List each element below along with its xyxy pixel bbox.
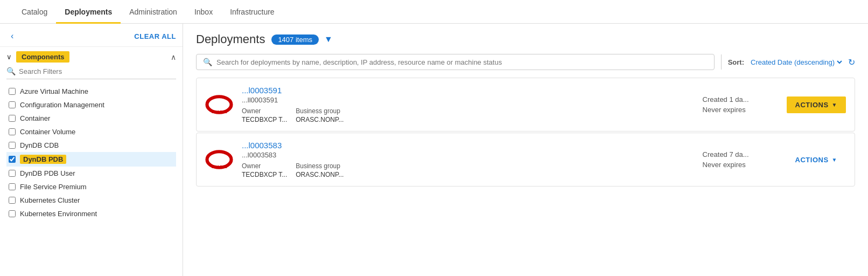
filter-item-1[interactable]: Configuration Management	[6, 98, 176, 112]
filter-checkbox-0[interactable]	[9, 88, 16, 95]
created-text-0: Created 1 da...	[703, 95, 749, 104]
filter-item-4[interactable]: DynDB CDB	[6, 139, 176, 152]
filter-item-3[interactable]: Container Volume	[6, 125, 176, 139]
biz-label-1: Business group	[296, 162, 344, 170]
clear-all-button[interactable]: CLEAR ALL	[134, 32, 176, 40]
biz-label-0: Business group	[296, 107, 344, 115]
filter-checkbox-7[interactable]	[9, 183, 16, 190]
actions-label-1: ACTIONS	[795, 156, 829, 164]
sort-select[interactable]: Created Date (descending)	[748, 58, 844, 67]
oracle-logo-0: ORACLE	[205, 91, 233, 119]
nav-infrastructure[interactable]: Infrastructure	[221, 0, 283, 24]
deployment-name-0[interactable]: ...l0003591	[242, 86, 694, 95]
filter-label-3: Container Volume	[20, 128, 75, 136]
search-sort-row: 🔍 Sort: Created Date (descending) ↻	[196, 54, 855, 70]
owner-value-0: TECDBXCP T...	[242, 116, 287, 123]
expires-text-1: Never expires	[703, 161, 746, 169]
owner-col-1: OwnerTECDBXCP T...	[242, 162, 287, 178]
deployment-id-0: ...ll0003591	[242, 96, 694, 104]
search-bar: 🔍	[196, 54, 715, 70]
actions-button-0[interactable]: ACTIONS▼	[787, 96, 846, 113]
filter-checkbox-1[interactable]	[9, 101, 16, 108]
filter-label-4: DynDB CDB	[20, 141, 59, 149]
filter-checkbox-6[interactable]	[9, 170, 16, 177]
filter-item-9[interactable]: Kubernetes Environment	[6, 207, 176, 220]
owner-col-0: OwnerTECDBXCP T...	[242, 107, 287, 123]
oracle-logo-1: ORACLE	[205, 146, 233, 174]
components-collapse-icon[interactable]: ∧	[171, 53, 176, 61]
deployment-status-0: Created 1 da...Never expires	[703, 95, 778, 114]
biz-value-1: ORASC.NONP...	[296, 171, 344, 178]
sidebar: ‹ CLEAR ALL ∨ Components ∧ 🔍 Azure Virtu…	[0, 24, 183, 276]
filter-checkbox-2[interactable]	[9, 115, 16, 122]
filter-list: Azure Virtual MachineConfiguration Manag…	[6, 85, 176, 272]
biz-col-0: Business groupORASC.NONP...	[296, 107, 344, 123]
sort-label: Sort:	[728, 58, 744, 66]
deployment-info-1: ...l0003583...l0003583OwnerTECDBXCP T...…	[242, 141, 694, 178]
filter-item-7[interactable]: File Service Premium	[6, 180, 176, 194]
filter-search-icon: 🔍	[6, 67, 16, 75]
nav-administration[interactable]: Administration	[121, 0, 186, 24]
filter-label-7: File Service Premium	[20, 183, 87, 191]
nav-deployments[interactable]: Deployments	[56, 0, 121, 24]
components-toggle-icon[interactable]: ∨	[6, 53, 12, 61]
filter-item-6[interactable]: DynDB PDB User	[6, 167, 176, 180]
deployment-search-input[interactable]	[216, 58, 708, 66]
sidebar-header: ‹ CLEAR ALL	[0, 24, 183, 47]
deployment-card-1: ORACLE ...l0003583...l0003583OwnerTECDBX…	[196, 133, 855, 187]
nav-catalog[interactable]: Catalog	[13, 0, 56, 24]
content-header: Deployments 1407 items ▼	[196, 32, 855, 46]
filter-checkbox-8[interactable]	[9, 197, 16, 204]
refresh-icon[interactable]: ↻	[848, 57, 855, 67]
filter-item-5[interactable]: DynDB PDB	[6, 152, 176, 167]
deployment-status-1: Created 7 da...Never expires	[703, 150, 778, 169]
filter-checkbox-4[interactable]	[9, 142, 16, 149]
components-header: ∨ Components ∧	[6, 51, 176, 63]
filter-label-2: Container	[20, 114, 50, 122]
owner-value-1: TECDBXCP T...	[242, 171, 287, 178]
filter-label-5: DynDB PDB	[20, 155, 66, 164]
biz-col-1: Business groupORASC.NONP...	[296, 162, 344, 178]
actions-chevron-1: ▼	[832, 157, 837, 163]
components-label[interactable]: Components	[16, 51, 69, 63]
sidebar-collapse-icon[interactable]: ‹	[6, 29, 18, 43]
deployment-meta-0: OwnerTECDBXCP T...Business groupORASC.NO…	[242, 107, 694, 123]
deployment-id-1: ...l0003583	[242, 151, 694, 159]
filter-icon[interactable]: ▼	[324, 34, 333, 44]
sort-section: Sort: Created Date (descending) ↻	[728, 57, 855, 67]
deployment-meta-1: OwnerTECDBXCP T...Business groupORASC.NO…	[242, 162, 694, 178]
filter-label-9: Kubernetes Environment	[20, 210, 97, 218]
filter-item-8[interactable]: Kubernetes Cluster	[6, 194, 176, 207]
filter-label-0: Azure Virtual Machine	[20, 87, 88, 95]
deployment-card-0: ORACLE ...l0003591...ll0003591OwnerTECDB…	[196, 78, 855, 132]
filter-search-row: 🔍	[6, 67, 176, 79]
filter-label-6: DynDB PDB User	[20, 169, 75, 177]
filter-checkbox-3[interactable]	[9, 128, 16, 135]
filter-search-input[interactable]	[19, 67, 176, 75]
biz-value-0: ORASC.NONP...	[296, 116, 344, 123]
items-count-badge: 1407 items	[271, 34, 319, 45]
actions-chevron-0: ▼	[832, 102, 837, 108]
actions-button-1[interactable]: ACTIONS▼	[787, 151, 846, 168]
search-bar-icon: 🔍	[203, 58, 212, 66]
created-text-1: Created 7 da...	[703, 150, 749, 158]
svg-text:ORACLE: ORACLE	[211, 165, 227, 169]
filter-item-2[interactable]: Container	[6, 112, 176, 125]
deployment-name-1[interactable]: ...l0003583	[242, 141, 694, 150]
deployment-info-0: ...l0003591...ll0003591OwnerTECDBXCP T..…	[242, 86, 694, 123]
owner-label-1: Owner	[242, 162, 287, 170]
filter-checkbox-9[interactable]	[9, 210, 16, 217]
filter-label-8: Kubernetes Cluster	[20, 196, 80, 204]
filter-item-0[interactable]: Azure Virtual Machine	[6, 85, 176, 98]
owner-label-0: Owner	[242, 107, 287, 115]
filter-label-1: Configuration Management	[20, 101, 104, 109]
content-area: Deployments 1407 items ▼ 🔍 Sort: Created…	[183, 24, 868, 276]
top-navigation: Catalog Deployments Administration Inbox…	[0, 0, 868, 24]
nav-inbox[interactable]: Inbox	[186, 0, 221, 24]
deployment-list: ORACLE ...l0003591...ll0003591OwnerTECDB…	[196, 78, 855, 267]
divider	[721, 54, 722, 70]
svg-text:ORACLE: ORACLE	[211, 110, 227, 114]
components-section: ∨ Components ∧ 🔍 Azure Virtual MachineCo…	[0, 47, 183, 276]
filter-checkbox-5[interactable]	[9, 156, 16, 163]
page-title: Deployments	[196, 32, 265, 46]
